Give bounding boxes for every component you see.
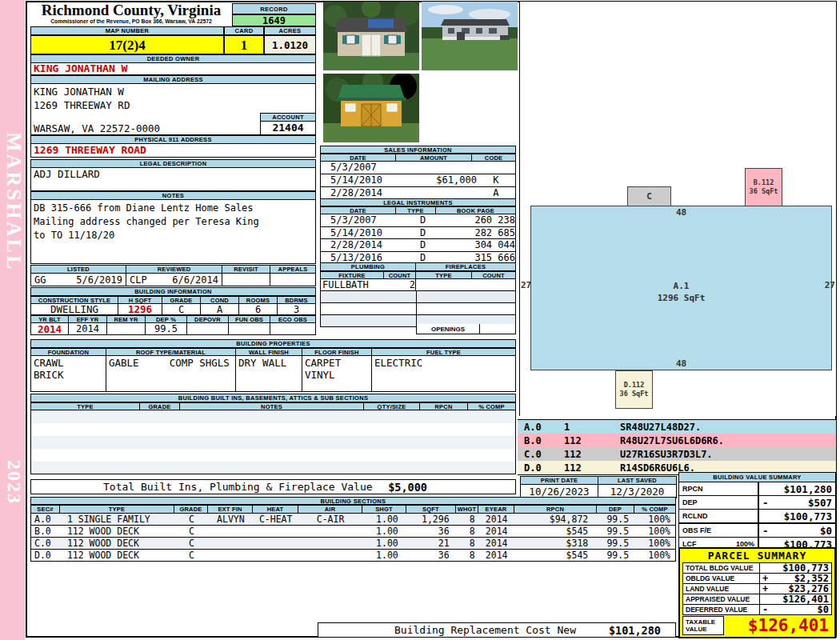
taxable-value: $126,401 xyxy=(724,616,832,635)
fixture-value: FULLBATH xyxy=(321,279,386,290)
account-value: 21404 xyxy=(260,122,316,135)
replacement-cost-label: Building Replacement Cost New xyxy=(394,624,576,636)
building-properties-label: BUILDING PROPERTIES xyxy=(30,339,516,348)
sketch-string-row: B.0112R48U27L7SU6L6D6R6. xyxy=(518,434,836,447)
built-ins-type-label: TYPE xyxy=(30,402,140,410)
property-photo-house[interactable] xyxy=(422,2,518,70)
building-section-row: B.0112 WOOD DECK C 1.0036 82014 $54599.5… xyxy=(31,526,675,538)
rooms-value: 6 xyxy=(239,304,278,315)
dep-pct-value: 99.5 xyxy=(146,323,187,335)
depovr-value xyxy=(187,323,229,335)
fuel-type-value: ELECTRIC xyxy=(372,356,516,392)
funobs-label: FUN OBS xyxy=(229,315,270,323)
building-sections-header: SEC# TYPE GRADE EXT FIN HEAT AIR SHGT SQ… xyxy=(30,505,676,514)
legal-instruments-rows: 5/3/2007 D 260 238 5/14/2010 D 282 685 2… xyxy=(320,214,516,264)
cond-value: A xyxy=(201,304,239,315)
built-ins-grade-label: GRADE xyxy=(140,402,180,410)
card-label: CARD xyxy=(224,26,264,35)
parcel-summary-title: PARCEL SUMMARY xyxy=(680,549,834,562)
wall-finish-label: WALL FINISH xyxy=(236,348,302,356)
bdrms-value: 3 xyxy=(278,304,316,315)
hsqft-value: 1296 xyxy=(118,304,162,315)
sketch-section-a-label: A.11296 SqFt xyxy=(531,280,831,304)
sketch-string-row: A.01SR48U27L48D27. xyxy=(518,420,836,434)
sketch-dim-bottom: 48 xyxy=(531,358,831,369)
last-saved-label: LAST SAVED xyxy=(598,476,677,485)
cond-label: COND xyxy=(201,296,239,304)
building-sections-body: A.01 SINGLE FAMILY CALVYN C-HEATC-AIR 1.… xyxy=(30,514,676,562)
appeals-value xyxy=(270,274,316,286)
county-subtitle: Commissioner of the Revenue, PO Box 366,… xyxy=(30,18,232,24)
parcel-summary-row: LAND VALUE +$23,276 xyxy=(682,583,832,594)
record-value: 1649 xyxy=(232,14,316,26)
listed-value: GG5/6/2019 xyxy=(30,274,126,286)
physical-address-value: 1269 THREEWAY ROAD xyxy=(30,144,316,158)
openings-label: OPENINGS xyxy=(416,324,480,334)
review-header-row: LISTED REVIEWED REVISIT APPEALS xyxy=(30,265,316,274)
replacement-cost-value: $101,280 xyxy=(609,624,661,637)
building-section-row: D.0112 WOOD DECK C 1.0036 82014 $54599.5… xyxy=(31,550,675,562)
review-value-row: GG5/6/2019 CLP6/6/2014 xyxy=(30,274,316,286)
deeded-owner-value: KING JONATHAN W xyxy=(30,63,316,75)
map-number-value: 17(2)4 xyxy=(30,35,224,54)
sales-date-label: DATE xyxy=(320,154,396,162)
built-ins-notes-label: NOTES xyxy=(180,402,364,410)
instrument-type-label: TYPE xyxy=(396,206,436,214)
value-summary-row: OBS F/E -$0 xyxy=(678,524,836,538)
rooms-label: ROOMS xyxy=(239,296,278,304)
remyr-value xyxy=(107,323,146,335)
roof-value: GABLECOMP SHGLS xyxy=(106,356,236,392)
roof-label: ROOF TYPE/MATERIAL xyxy=(106,348,236,356)
revisit-value xyxy=(222,274,270,286)
legal-instruments-label: LEGAL INSTRUMENTS xyxy=(320,198,516,206)
notes-label: NOTES xyxy=(30,191,316,200)
built-ins-rpcn-label: RPCN xyxy=(420,402,468,410)
value-summary-row: RCLND $100,773 xyxy=(678,510,836,524)
replacement-cost-row: Building Replacement Cost New $101,280 xyxy=(318,622,676,638)
revisit-label: REVISIT xyxy=(222,265,270,274)
depovr-label: DEPOVR xyxy=(187,315,229,323)
property-photo-shed1[interactable] xyxy=(323,2,419,70)
account-label: ACCOUNT xyxy=(260,113,316,122)
ecoobs-label: ECO OBS xyxy=(270,315,316,323)
floor-finish-value: CARPETVINYL xyxy=(302,356,372,392)
acres-value: 1.0120 xyxy=(264,35,316,54)
value-summary-row: DEP -$507 xyxy=(678,496,836,510)
reviewed-label: REVIEWED xyxy=(126,265,222,274)
plumbing-rows: FULLBATH 2 xyxy=(320,279,516,327)
fixture-count-value: 2 xyxy=(386,279,416,290)
card-value: 1 xyxy=(224,35,264,54)
reviewed-value: CLP6/6/2014 xyxy=(126,274,222,286)
sales-code-label: CODE xyxy=(472,154,516,162)
building-properties-header: FOUNDATION ROOF TYPE/MATERIAL WALL FINIS… xyxy=(30,348,516,356)
property-photo-shed2[interactable] xyxy=(323,74,419,142)
plumbing-label: PLUMBING xyxy=(320,262,416,271)
floor-finish-label: FLOOR FINISH xyxy=(302,348,372,356)
mailing-line-2: 1269 THREEWAY RD xyxy=(31,98,315,111)
grade-value: C xyxy=(162,304,201,315)
notes-line-2: Mailing address changed per Teresa King xyxy=(31,214,315,227)
property-record-card: MARSHALL 2023 Richmond County, Virginia … xyxy=(0,0,840,640)
print-date-label: PRINT DATE xyxy=(520,476,598,485)
fireplaces-label: FIREPLACES xyxy=(416,262,516,271)
notes-line-3: to TO 11/18/20 xyxy=(31,227,315,241)
sales-info-rows: 5/3/2007 5/14/2010 $61,000 K 2/28/2014 A xyxy=(320,162,516,200)
notes-line-1: DB 315-666 from Diane Lentz Home Sales xyxy=(31,200,315,214)
mailing-address-label: MAILING ADDRESS xyxy=(30,75,316,84)
building-value-summary: BUILDING VALUE SUMMARY RPCN $101,280 DEP… xyxy=(678,472,836,552)
mailing-line-1: KING JONATHAN W xyxy=(31,84,315,98)
building-section-row: C.0112 WOOD DECK C 1.0021 82014 $31899.5… xyxy=(31,538,675,550)
sketch-section-d: D.11236 SqFt xyxy=(615,370,653,409)
parcel-summary: PARCEL SUMMARY TOTAL BLDG VALUE $100,773… xyxy=(678,547,836,638)
sales-amount-label: AMOUNT xyxy=(396,154,472,162)
shed2-image xyxy=(323,74,419,142)
acres-label: ACRES xyxy=(264,26,316,35)
building-value-summary-label: BUILDING VALUE SUMMARY xyxy=(678,472,836,482)
effyr-value: 2014 xyxy=(69,323,107,335)
record-label: RECORD xyxy=(232,3,316,14)
construction-style-value: DWELLING xyxy=(30,304,118,315)
appeals-label: APPEALS xyxy=(270,265,316,274)
foundation-label: FOUNDATION xyxy=(30,348,106,356)
parcel-summary-row: OBLDG VALUE +$2,352 xyxy=(682,573,832,584)
map-number-label: MAP NUMBER xyxy=(30,26,224,35)
